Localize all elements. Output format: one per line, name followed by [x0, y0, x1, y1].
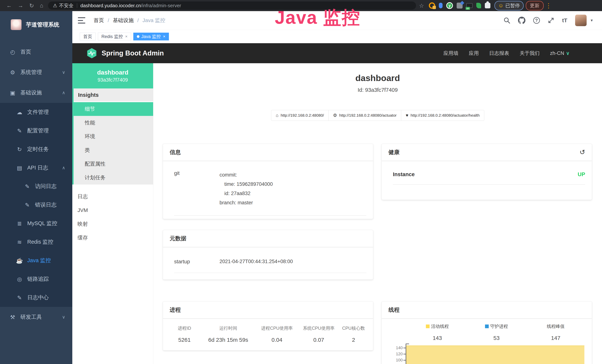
- reload-icon[interactable]: ↻: [29, 2, 34, 9]
- extension-puzzle-icon[interactable]: [485, 3, 490, 8]
- sba-item-metrics[interactable]: 性能: [74, 116, 153, 130]
- sidebar-item-config[interactable]: ✎ 配置管理: [0, 121, 72, 140]
- spring-boot-admin-logo-icon: [86, 48, 97, 59]
- sidebar-item-home[interactable]: ◴ 首页: [0, 42, 72, 62]
- chevron-up-icon: ∧: [62, 165, 65, 171]
- sidebar-item-redis[interactable]: ≋ Redis 监控: [0, 233, 72, 251]
- sba-nav-journal[interactable]: 日志报表: [489, 50, 509, 57]
- metadata-startup-row: startup 2021-04-27T00:44:31.254+08:00: [174, 247, 366, 273]
- fullscreen-icon[interactable]: [548, 17, 554, 24]
- health-card: 健康 ↺ Instance UP: [382, 144, 592, 200]
- sba-instance-header[interactable]: dashboard 93a3fc7f7409: [72, 63, 153, 88]
- breadcrumb: 首页 / 基础设施 / Java 监控: [94, 17, 165, 24]
- cell-process-cpu: 0.04: [256, 337, 298, 343]
- forward-icon[interactable]: →: [18, 2, 23, 9]
- edit-icon: ✎: [23, 202, 31, 208]
- threads-card: 线程 活动线程 守护进程 线程峰值 143 53 147: [382, 301, 592, 364]
- peak-threads-value: 147: [526, 335, 585, 341]
- extension-orange-icon[interactable]: [429, 2, 435, 9]
- github-icon[interactable]: [518, 17, 526, 24]
- sba-item-details[interactable]: 细节: [72, 102, 153, 116]
- sba-item-jvm[interactable]: JVM: [72, 203, 153, 217]
- y-tick-mark: [403, 348, 406, 348]
- hamburger-icon[interactable]: [78, 17, 85, 23]
- user-avatar[interactable]: [575, 15, 587, 26]
- metadata-card: 元数据 startup 2021-04-27T00:44:31.254+08:0…: [163, 230, 373, 280]
- sidebar-item-tracer[interactable]: ◎ 链路追踪: [0, 270, 72, 288]
- sidebar-item-error-log[interactable]: ✎ 错误日志: [0, 196, 72, 214]
- sidebar-item-devtools[interactable]: ⚒ 研发工具 ∨: [0, 307, 72, 327]
- sba-locale-select[interactable]: zh-CN ∨: [550, 50, 570, 56]
- help-icon[interactable]: ?: [533, 17, 540, 24]
- browser-menu-icon[interactable]: ⋮: [546, 2, 552, 9]
- sidebar-item-java-monitor[interactable]: ☕ Java 监控: [0, 251, 72, 270]
- tab-redis-monitor[interactable]: Redis 监控 ×: [98, 33, 131, 40]
- extension-on-icon[interactable]: on: [466, 3, 473, 8]
- threads-values: 143 53 147: [408, 335, 585, 341]
- health-url-button[interactable]: ♥ http://192.168.0.2:48080/actuator/heal…: [401, 110, 484, 121]
- extension-pin-icon[interactable]: [439, 3, 442, 8]
- not-secure-warning-icon: ⚠: [53, 3, 57, 9]
- sba-item-mappings[interactable]: 映射: [72, 217, 153, 231]
- update-button[interactable]: 更新: [526, 1, 544, 11]
- sidebar-item-log-center[interactable]: ✎ 日志中心: [0, 288, 72, 307]
- database-icon: ≣: [15, 220, 23, 227]
- sba-header: Spring Boot Admin 应用墙 应用 日志报表 关于我们 zh-CN…: [72, 43, 602, 63]
- sba-item-environment[interactable]: 环境: [74, 130, 153, 143]
- text-size-icon[interactable]: tT: [562, 17, 567, 23]
- close-icon[interactable]: ×: [125, 34, 128, 39]
- app-title: 芋道管理系统: [26, 21, 59, 29]
- process-table: 进程ID 运行时间 进程CPU使用率 系统CPU使用率 CPU核心数 5261 …: [163, 319, 373, 343]
- back-icon[interactable]: ←: [6, 2, 12, 9]
- bookmark-star-icon[interactable]: ☆: [419, 2, 424, 9]
- live-threads-value: 143: [408, 335, 467, 341]
- extension-y-icon[interactable]: y: [446, 2, 453, 9]
- health-instance-row[interactable]: Instance UP: [393, 161, 585, 185]
- process-card-title: 进程: [163, 301, 373, 319]
- sidebar-item-job[interactable]: ↻ 定时任务: [0, 140, 72, 159]
- sba-item-scheduled-tasks[interactable]: 计划任务: [74, 171, 153, 184]
- sidebar-item-access-log[interactable]: ✎ 访问日志: [0, 177, 72, 196]
- tab-home[interactable]: 首页: [80, 33, 96, 40]
- sidebar-item-infra[interactable]: ▣ 基础设施 ∧: [0, 83, 72, 103]
- cell-pid: 5261: [169, 337, 200, 343]
- java-icon: ☕: [15, 257, 23, 264]
- sidebar-item-mysql[interactable]: ≣ MySQL 监控: [0, 214, 72, 233]
- caret-down-icon[interactable]: ▾: [591, 18, 593, 23]
- insights-group-label: Insights: [74, 88, 153, 102]
- insights-group: Insights 细节 性能 环境 类 配置属性 计划任务: [72, 88, 153, 184]
- monitor-icon: ▣: [9, 90, 17, 96]
- instance-links: ⌂ http://192.168.0.2:48080/ ⚙ http://192…: [153, 110, 602, 121]
- sba-nav-wallboard[interactable]: 应用墙: [443, 50, 458, 57]
- screen: ← → ↻ ⌂ ⚠ 不安全 dashboard.yudao.iocoder.cn…: [0, 0, 602, 364]
- search-icon[interactable]: [504, 17, 510, 24]
- home-icon[interactable]: ⌂: [40, 2, 43, 9]
- sidebar-item-system[interactable]: ⚙ 系统管理 ∨: [0, 62, 72, 83]
- breadcrumb-home[interactable]: 首页: [94, 17, 104, 24]
- sba-brand-title[interactable]: Spring Boot Admin: [102, 49, 164, 57]
- sba-nav-about[interactable]: 关于我们: [519, 50, 539, 57]
- history-icon[interactable]: ↺: [580, 148, 585, 156]
- close-icon[interactable]: ×: [163, 34, 165, 39]
- sidebar-item-file[interactable]: ☁ 文件管理: [0, 103, 72, 121]
- sba-nav-applications[interactable]: 应用: [469, 50, 479, 57]
- sba-item-config-props[interactable]: 配置属性: [74, 157, 153, 171]
- sba-item-logfile[interactable]: 日志: [72, 190, 153, 203]
- url-divider: [77, 3, 77, 8]
- address-bar[interactable]: ⚠ 不安全 dashboard.yudao.iocoder.cn /infra/…: [48, 1, 416, 10]
- sba-item-caches[interactable]: 缓存: [72, 231, 153, 245]
- process-card: 进程 进程ID 运行时间 进程CPU使用率 系统CPU使用率 CPU核心数 52…: [163, 301, 373, 351]
- service-url-button[interactable]: ⌂ http://192.168.0.2:48080/: [271, 110, 329, 121]
- extension-grid-icon[interactable]: [457, 3, 462, 9]
- tab-java-monitor[interactable]: Java 监控 ×: [133, 33, 169, 40]
- breadcrumb-section[interactable]: 基础设施: [113, 17, 134, 24]
- sba-menu: 日志 JVM 映射 缓存: [72, 190, 153, 245]
- live-threads-area-series: [406, 345, 584, 364]
- column-header: 运行时间: [200, 325, 256, 331]
- paused-badge[interactable]: ☺ 已暂停: [494, 1, 524, 11]
- sba-item-classes[interactable]: 类: [74, 143, 153, 157]
- actuator-url-button[interactable]: ⚙ http://192.168.0.2:48080/actuator: [328, 110, 401, 121]
- sidebar-item-api-log[interactable]: ▤ API 日志 ∧: [0, 159, 72, 177]
- legend-daemon-threads: 守护进程: [467, 323, 526, 329]
- extension-leaf-icon[interactable]: [476, 3, 481, 8]
